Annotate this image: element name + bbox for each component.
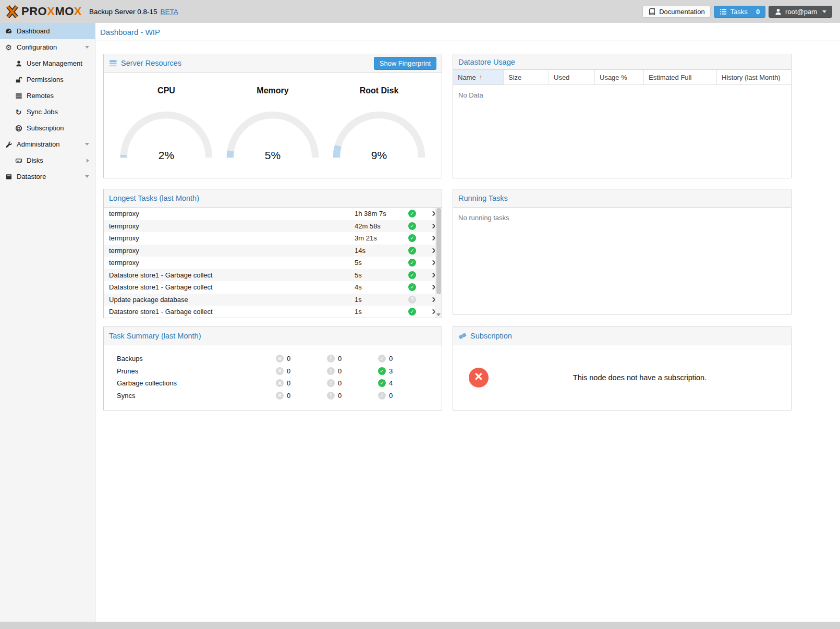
task-status-icon (408, 222, 416, 230)
sidebar: Dashboard ⚙ Configuration User Managemen… (0, 23, 95, 622)
beta-link[interactable]: BETA (161, 8, 178, 16)
dashboard-icon (5, 27, 13, 35)
task-row[interactable]: Datastore store1 - Garbage collect 4s (104, 281, 442, 294)
task-summary-panel: Task Summary (last Month) Backups 0 0 0 … (103, 326, 442, 410)
sidebar-item-disks[interactable]: Disks (0, 152, 95, 168)
book-icon (648, 8, 656, 16)
task-status-icon (408, 210, 416, 217)
scrollbar-down-arrow[interactable] (436, 313, 441, 316)
show-fingerprint-button[interactable]: Show Fingerprint (374, 57, 436, 70)
panel-title: Server Resources (121, 59, 181, 67)
user-icon (15, 59, 22, 67)
tasks-count-badge: 0 (756, 8, 760, 16)
panel-title: Task Summary (last Month) (109, 332, 201, 340)
task-status-icon (408, 308, 416, 316)
root-disk-gauge: Root Disk 9% (330, 86, 429, 164)
task-row[interactable]: Update package database 1s (104, 294, 442, 306)
warning-count-icon (327, 355, 335, 362)
column-header-size[interactable]: Size (504, 70, 549, 84)
subscription-panel: Subscription × This node does not have a… (453, 326, 792, 410)
wrench-icon (5, 140, 13, 148)
task-row[interactable]: termproxy 5s (104, 257, 442, 269)
memory-gauge: Memory 5% (223, 86, 322, 164)
task-row[interactable]: termproxy 3m 21s (104, 232, 442, 245)
column-header-name[interactable]: Name ↑ (453, 70, 504, 84)
datastore-table-header: Name ↑ Size Used Usage % Estimated Full … (453, 70, 791, 85)
no-data-text: No Data (453, 85, 791, 105)
ticket-icon (458, 332, 467, 340)
task-row[interactable]: Datastore store1 - Garbage collect 5s (104, 269, 442, 282)
chevron-down-icon (822, 10, 826, 13)
ok-count-icon (378, 355, 386, 362)
error-count-icon (276, 379, 284, 387)
tasks-button[interactable]: Tasks 0 (714, 6, 765, 18)
task-status-icon (408, 247, 416, 255)
warning-count-icon (327, 392, 335, 400)
summary-row: Backups 0 0 0 (104, 353, 442, 365)
error-count-icon (276, 367, 284, 375)
proxmox-x-icon (5, 5, 19, 19)
collapse-caret-icon (85, 46, 89, 49)
task-row[interactable]: termproxy 42m 58s (104, 220, 442, 233)
server-bars-icon (15, 92, 22, 100)
top-bar: PROXMOX Backup Server 0.8-15 BETA Docume… (0, 0, 840, 23)
task-row[interactable]: Datastore store1 - Garbage collect 1s (104, 306, 442, 318)
life-ring-icon (15, 124, 22, 132)
no-subscription-icon: × (469, 368, 489, 388)
sidebar-item-remotes[interactable]: Remotes (0, 88, 95, 104)
ok-count-icon (378, 379, 386, 387)
column-header-usage[interactable]: Usage % (595, 70, 644, 84)
task-row[interactable]: termproxy 1h 38m 7s (104, 208, 442, 220)
column-header-history[interactable]: History (last Month) (717, 70, 791, 84)
warning-count-icon (327, 367, 335, 375)
sidebar-item-administration[interactable]: Administration (0, 136, 95, 152)
summary-row: Prunes 0 0 3 (104, 365, 442, 378)
summary-row: Syncs 0 0 0 (104, 390, 442, 402)
sidebar-item-dashboard[interactable]: Dashboard (0, 23, 95, 39)
collapse-caret-icon (85, 175, 89, 178)
subscription-message: This node does not have a subscription. (489, 373, 791, 382)
task-status-icon (408, 283, 416, 291)
task-row[interactable]: termproxy 14s (104, 245, 442, 257)
sidebar-item-configuration[interactable]: ⚙ Configuration (0, 39, 95, 55)
sidebar-item-permissions[interactable]: Permissions (0, 71, 95, 88)
summary-row: Garbage collections 0 0 4 (104, 377, 442, 390)
panel-title: Longest Tasks (last Month) (109, 194, 199, 202)
task-status-icon (408, 234, 416, 242)
panel-title: Running Tasks (458, 194, 508, 202)
server-resources-panel: Server Resources Show Fingerprint CPU 2%… (103, 54, 442, 178)
sync-icon: ↻ (15, 108, 22, 116)
task-status-icon (408, 296, 416, 304)
error-count-icon (276, 355, 284, 362)
page-title-band: Dashboard - WIP (95, 23, 840, 41)
datastore-icon (5, 173, 13, 180)
disk-drive-icon (15, 156, 22, 164)
unlock-icon (15, 76, 22, 83)
ok-count-icon (378, 367, 386, 375)
warning-count-icon (327, 379, 335, 387)
longest-tasks-panel: Longest Tasks (last Month) termproxy 1h … (103, 189, 442, 318)
sidebar-item-sync-jobs[interactable]: ↻ Sync Jobs (0, 104, 95, 120)
ok-count-icon (378, 392, 386, 400)
version-text: Backup Server 0.8-15 (89, 8, 157, 16)
expand-caret-icon (87, 159, 89, 163)
sidebar-item-user-management[interactable]: User Management (0, 55, 95, 71)
panel-title: Datastore Usage (458, 58, 515, 66)
user-menu-button[interactable]: root@pam (769, 6, 832, 18)
page-title: Dashboard - WIP (100, 28, 160, 37)
resources-bars-icon (109, 59, 117, 67)
column-header-estimated-full[interactable]: Estimated Full (644, 70, 717, 84)
documentation-button[interactable]: Documentation (642, 6, 710, 18)
sidebar-item-subscription[interactable]: Subscription (0, 120, 95, 136)
error-count-icon (276, 392, 284, 400)
sidebar-item-datastore[interactable]: Datastore (0, 168, 95, 185)
main-content: Dashboard - WIP Server Resources Show Fi… (95, 23, 840, 622)
datastore-usage-panel: Datastore Usage Name ↑ Size Used Usage %… (453, 54, 792, 178)
column-header-used[interactable]: Used (549, 70, 595, 84)
task-status-icon (408, 259, 416, 267)
sort-ascending-icon: ↑ (479, 74, 482, 81)
vertical-scrollbar[interactable] (435, 208, 442, 318)
collapse-caret-icon (85, 143, 89, 146)
proxmox-logo: PROXMOX (5, 5, 82, 19)
scrollbar-thumb[interactable] (436, 208, 441, 294)
